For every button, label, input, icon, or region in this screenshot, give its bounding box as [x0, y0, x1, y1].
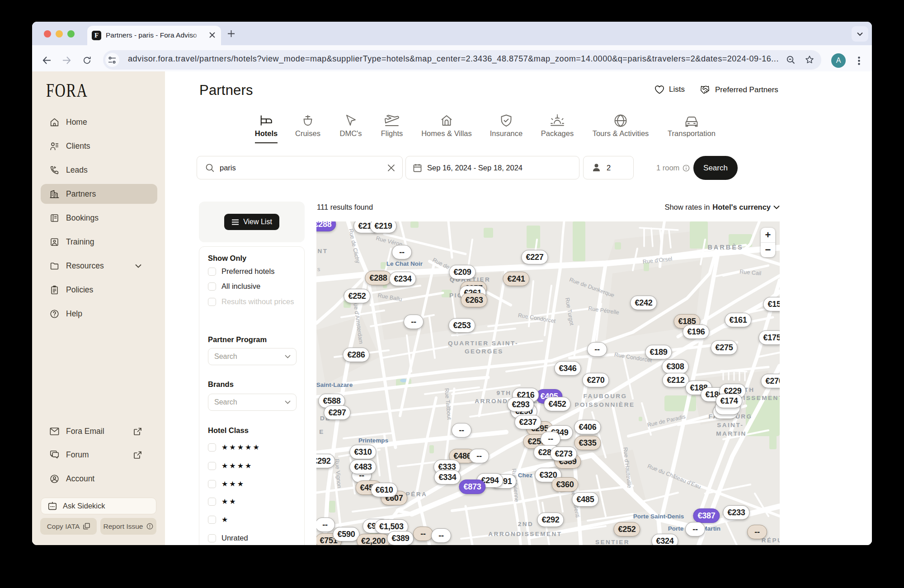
svg-text:FAUBOURG: FAUBOURG — [583, 393, 627, 400]
svg-text:SENTIER: SENTIER — [595, 539, 630, 545]
svg-text:Chez: Chez — [518, 472, 533, 479]
svg-text:QUARTIER SAINT-: QUARTIER SAINT- — [448, 340, 518, 347]
svg-text:SAINT-: SAINT- — [717, 422, 744, 428]
svg-text:Printemps: Printemps — [358, 437, 388, 444]
svg-text:Le Chat Noir: Le Chat Noir — [386, 260, 423, 267]
svg-text:NT: NT — [318, 248, 328, 254]
svg-text:E: E — [319, 428, 325, 435]
svg-text:s: s — [317, 266, 320, 273]
svg-text:ARRONDISSEMENT: ARRONDISSEMENT — [488, 531, 562, 537]
svg-text:RÉPUBL: RÉPUBL — [762, 537, 780, 544]
svg-text:9TH: 9TH — [496, 390, 511, 396]
svg-text:Porte Saint-Denis: Porte Saint-Denis — [633, 513, 684, 520]
svg-text:POISSONNIÈRE: POISSONNIÈRE — [575, 401, 635, 408]
svg-text:MARTIN: MARTIN — [716, 430, 747, 437]
svg-text:2ND: 2ND — [518, 521, 534, 527]
svg-text:Saint-Lazare: Saint-Lazare — [316, 381, 353, 388]
svg-text:BARBÈS: BARBÈS — [707, 244, 743, 251]
svg-text:GEORGES: GEORGES — [465, 348, 504, 355]
